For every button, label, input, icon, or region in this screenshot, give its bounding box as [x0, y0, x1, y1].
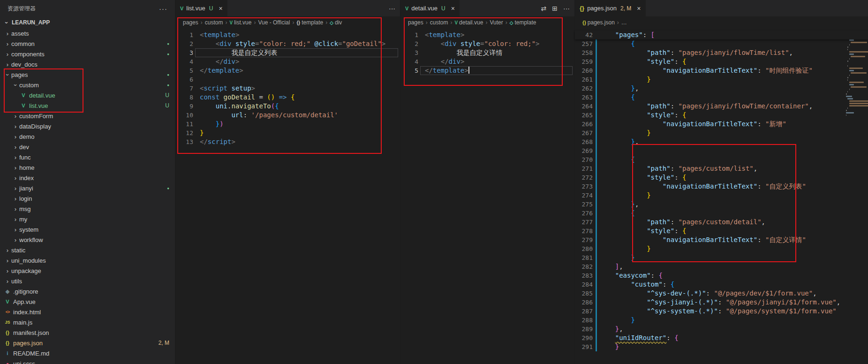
code-line-276[interactable]: 276 { — [575, 209, 868, 218]
tree-item-components[interactable]: ›components● — [0, 49, 175, 59]
code-line-283[interactable]: 283 "easycom": { — [575, 271, 868, 280]
code-line-2[interactable]: 2 <div style="color: red;" @click="goDet… — [175, 39, 400, 48]
code-line-289[interactable]: 289 }, — [575, 325, 868, 334]
code-line-6[interactable]: 6 — [175, 75, 400, 84]
code-line-281[interactable]: 281 } — [575, 253, 868, 262]
breadcrumb-item-template[interactable]: ◇template — [510, 19, 536, 26]
tree-item-home[interactable]: ›home — [0, 162, 175, 173]
code-area[interactable]: 42 "pages": [257 {258 "path": "pages/jia… — [575, 30, 868, 351]
tree-item-gitignore[interactable]: ◆.gitignore — [0, 286, 175, 296]
tree-item-system[interactable]: ›system — [0, 224, 175, 235]
explorer-more-actions-icon[interactable]: ··· — [159, 5, 167, 13]
code-line-270[interactable]: 270 { — [575, 155, 868, 164]
code-line-284[interactable]: 284 "custom": { — [575, 280, 868, 289]
code-line-11[interactable]: 11 }) — [175, 120, 400, 129]
code-line-1[interactable]: 1<template> — [400, 30, 574, 39]
tree-item-index[interactable]: ›index — [0, 173, 175, 183]
code-line-277[interactable]: 277 "path": "pages/custom/detail", — [575, 218, 868, 227]
breadcrumb-item-list-vue[interactable]: Vlist.vue — [229, 19, 251, 26]
tree-item-detail-vue[interactable]: Vdetail.vueU — [0, 90, 175, 100]
tree-item-readme-md[interactable]: iREADME.md — [0, 348, 175, 358]
tree-item-utils[interactable]: ›utils — [0, 276, 175, 286]
code-line-257[interactable]: 257 { — [575, 39, 868, 48]
code-line-272[interactable]: 272 "style": { — [575, 173, 868, 182]
tab-close-icon[interactable]: × — [451, 5, 455, 12]
code-line-282[interactable]: 282 ], — [575, 262, 868, 271]
breadcrumb-item-vue-official[interactable]: Vue - Official — [258, 19, 290, 26]
tab-close-icon[interactable]: × — [219, 5, 222, 12]
code-line-3[interactable]: 3 我是自定义列表 — [175, 48, 400, 57]
tab-list-vue[interactable]: Vlist.vueU× — [175, 0, 228, 16]
code-line-13[interactable]: 13</script> — [175, 137, 400, 146]
tree-item-uni-scss[interactable]: ●uni.scss — [0, 358, 175, 364]
tree-item-pages-json[interactable]: {}pages.json2, M — [0, 338, 175, 348]
tree-item-index-html[interactable]: <>index.html — [0, 307, 175, 317]
tree-item-custom[interactable]: ›custom● — [0, 80, 175, 90]
code-line-1[interactable]: 1<template> — [175, 30, 400, 39]
code-line-280[interactable]: 280 } — [575, 244, 868, 253]
tree-item-datadisplay[interactable]: ›dataDisplay — [0, 121, 175, 131]
more-actions-icon[interactable]: ··· — [563, 5, 570, 12]
tree-item-assets[interactable]: ›assets — [0, 28, 175, 38]
code-line-279[interactable]: 279 "navigationBarTitleText": "自定义详情" — [575, 235, 868, 244]
tree-item-demo[interactable]: ›demo — [0, 131, 175, 142]
breadcrumb-item-detail-vue[interactable]: Vdetail.vue — [454, 19, 483, 26]
code-line-267[interactable]: 267 } — [575, 129, 868, 137]
tree-item-uni-modules[interactable]: ›uni_modules — [0, 255, 175, 265]
code-line-275[interactable]: 275 }, — [575, 200, 868, 209]
code-area[interactable]: 1<template>2 <div style="color: red;">3 … — [400, 30, 574, 75]
code-line-12[interactable]: 12} — [175, 129, 400, 137]
tree-item-manifest-json[interactable]: {}manifest.json — [0, 327, 175, 338]
more-actions-icon[interactable]: ··· — [389, 5, 395, 12]
breadcrumb-item-pages[interactable]: pages — [183, 19, 198, 26]
code-line-4[interactable]: 4 </div> — [400, 57, 574, 66]
code-line-2[interactable]: 2 <div style="color: red;"> — [400, 39, 574, 48]
code-line-10[interactable]: 10 url: '/pages/custom/detail' — [175, 111, 400, 120]
code-line-291[interactable]: 291 } — [575, 342, 868, 351]
tree-item-dev-docs[interactable]: ›dev_docs — [0, 59, 175, 69]
code-line-288[interactable]: 288 } — [575, 316, 868, 325]
tree-item-jianyi[interactable]: ›jianyi● — [0, 183, 175, 193]
code-line-260[interactable]: 260 "navigationBarTitleText": "时间组件验证" — [575, 66, 868, 75]
breadcrumb-item-item[interactable]: … — [621, 19, 627, 26]
code-line-269[interactable]: 269 — [575, 146, 868, 155]
code-line-7[interactable]: 7<script setup> — [175, 84, 400, 93]
code-line-286[interactable]: 286 "^sys-jianyi-(.*)": "@/pages/jianyi/… — [575, 298, 868, 307]
tab-close-icon[interactable]: × — [637, 5, 641, 12]
code-line-4[interactable]: 4 </div> — [175, 57, 400, 66]
workspace-root[interactable]: › LEARUN_APP — [0, 17, 175, 28]
code-line-287[interactable]: 287 "^sys-system-(.*)": "@/pages/system/… — [575, 307, 868, 316]
tree-item-customform[interactable]: ›customForm — [0, 111, 175, 121]
tree-item-workflow[interactable]: ›workflow — [0, 235, 175, 245]
tree-item-pages[interactable]: ›pages● — [0, 69, 175, 80]
code-line-9[interactable]: 9 uni.navigateTo({ — [175, 102, 400, 111]
code-line-264[interactable]: 264 "path": "pages/jianyi/flowTime/conta… — [575, 102, 868, 111]
tab-detail-vue[interactable]: Vdetail.vueU× — [400, 0, 460, 16]
code-line-263[interactable]: 263 { — [575, 93, 868, 102]
tree-item-func[interactable]: ›func — [0, 152, 175, 162]
code-line-262[interactable]: 262 }, — [575, 84, 868, 93]
code-line-261[interactable]: 261 } — [575, 75, 868, 84]
tree-item-login[interactable]: ›login — [0, 193, 175, 204]
code-line-278[interactable]: 278 "style": { — [575, 227, 868, 235]
tree-item-list-vue[interactable]: Vlist.vueU — [0, 100, 175, 111]
breadcrumb-item-div[interactable]: ◇div — [330, 19, 342, 26]
tab-pages-json[interactable]: {}pages.json2, M× — [575, 0, 646, 16]
tree-item-my[interactable]: ›my — [0, 214, 175, 224]
code-line-8[interactable]: 8const goDetail = () => { — [175, 93, 400, 102]
code-line-266[interactable]: 266 "navigationBarTitleText": "新增" — [575, 120, 868, 129]
compare-changes-icon[interactable]: ⇄ — [541, 5, 547, 12]
code-line-5[interactable]: 5</template> — [175, 66, 400, 75]
code-line-273[interactable]: 273 "navigationBarTitleText": "自定义列表" — [575, 182, 868, 191]
tree-item-unpackage[interactable]: ›unpackage — [0, 265, 175, 276]
tree-item-dev[interactable]: ›dev — [0, 142, 175, 152]
minimap[interactable] — [845, 32, 866, 117]
tree-item-main-js[interactable]: JSmain.js — [0, 317, 175, 327]
code-line-3[interactable]: 3 我是自定义详情 — [400, 48, 574, 57]
code-line-265[interactable]: 265 "style": { — [575, 111, 868, 120]
breadcrumb-item-pages[interactable]: pages — [408, 19, 423, 26]
breadcrumb-item-template[interactable]: {}template — [296, 19, 323, 26]
code-line-258[interactable]: 258 "path": "pages/jianyi/flowTime/list"… — [575, 48, 868, 57]
tree-item-common[interactable]: ›common● — [0, 38, 175, 49]
tree-item-static[interactable]: ›static — [0, 245, 175, 255]
